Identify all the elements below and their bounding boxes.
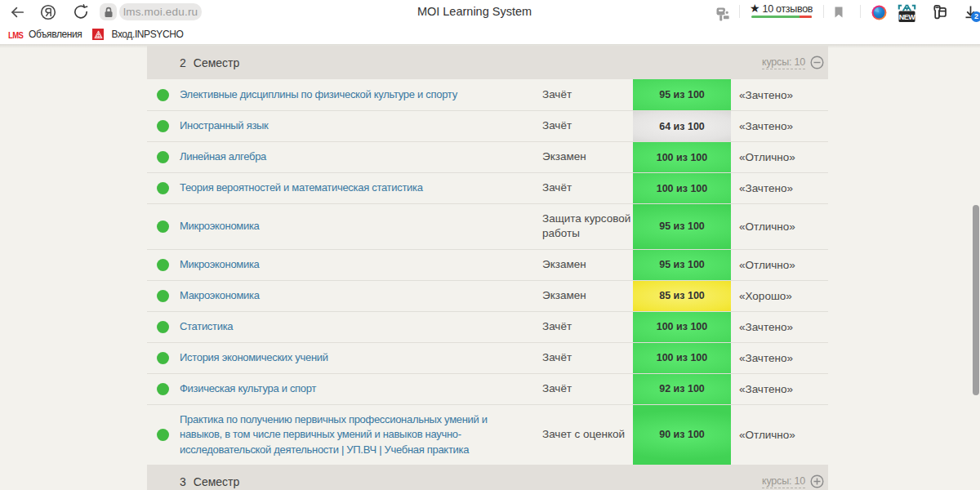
grade-value: «Зачтено»: [739, 89, 793, 101]
reviews-count: 10 отзывов: [763, 3, 813, 15]
grade-value: «Зачтено»: [739, 182, 793, 194]
reviews-widget[interactable]: ★ 10 отзывов: [750, 0, 813, 24]
status-dot-icon: [157, 321, 169, 333]
score-cell: 95 из 100: [633, 79, 731, 110]
course-row: Линейная алгебраЭкзамен100 из 100«Отличн…: [147, 141, 828, 172]
extension-new-button[interactable]: NEW: [898, 4, 916, 22]
address-bar[interactable]: lms.moi.edu.ru: [119, 3, 202, 20]
course-row: Иностранный языкЗачёт64 из 100«Зачтено»: [147, 110, 828, 141]
grade-value: «Зачтено»: [739, 321, 793, 333]
grade-cell: «Зачтено»: [739, 343, 828, 373]
course-link[interactable]: Микроэкономика: [180, 257, 260, 272]
rating-bar-negative: [800, 16, 812, 18]
exam-type: Зачёт: [542, 180, 572, 195]
lms-favicon: LMS: [8, 29, 20, 39]
browser-chrome: lms.moi.edu.ru MOI Learning System ★ 10 …: [0, 0, 980, 44]
semester-header-controls: курсы: 10: [762, 474, 824, 488]
bookmark-flag-icon: [834, 6, 844, 19]
grade-cell: «Зачтено»: [739, 374, 828, 404]
course-link[interactable]: Микроэкономика: [180, 219, 260, 234]
course-link[interactable]: Иностранный язык: [180, 118, 268, 133]
course-row: МакроэкономикаЭкзамен85 из 100«Хорошо»: [147, 280, 828, 311]
exam-type: Зачет с оценкой: [542, 427, 625, 442]
status-dot-icon: [157, 220, 169, 233]
status-dot-cell: [147, 173, 169, 203]
status-dot-icon: [157, 259, 169, 271]
bookmark-lms[interactable]: LMS Объявления: [0, 24, 82, 44]
exam-type: Зачёт: [542, 118, 572, 133]
password-manager-button[interactable]: [714, 0, 732, 24]
score-value: 100 из 100: [657, 152, 708, 163]
course-cell: История экономических учений: [180, 343, 506, 373]
status-dot-icon: [157, 352, 169, 364]
course-cell: Макроэкономика: [180, 281, 506, 311]
course-link[interactable]: Практика по получению первичных професси…: [180, 412, 506, 457]
course-link[interactable]: Теория вероятностей и математическая ста…: [180, 180, 423, 195]
score-value: 100 из 100: [657, 321, 708, 332]
lms-page: 2 Семестр курсы: 10 Элективные дисциплин…: [0, 44, 980, 490]
yandex-button[interactable]: [40, 0, 56, 24]
course-row: Теория вероятностей и математическая ста…: [147, 172, 828, 203]
grade-value: «Зачтено»: [739, 383, 793, 395]
exam-type-cell: Зачёт: [542, 79, 633, 110]
course-link[interactable]: История экономических учений: [180, 350, 328, 365]
lock-icon: [104, 7, 114, 18]
new-extension-icon: NEW: [898, 4, 916, 22]
semester-3-header: 3 Семестр курсы: 10: [147, 465, 828, 490]
exam-type: Экзамен: [542, 257, 586, 272]
bookmark-flag-button[interactable]: [832, 0, 845, 24]
course-cell: Статистика: [180, 312, 506, 342]
exam-type-cell: Зачёт: [542, 173, 633, 203]
score-cell: 92 из 100: [633, 374, 731, 404]
status-dot-cell: [147, 250, 169, 280]
semester-label: Семестр: [194, 475, 240, 488]
exam-type: Зачёт: [542, 87, 572, 102]
semester-2-header: 2 Семестр курсы: 10: [147, 46, 828, 79]
score-value: 92 из 100: [659, 383, 705, 394]
bookmark-inpsycho[interactable]: Вход.INPSYCHO: [82, 24, 183, 44]
status-dot-cell: [147, 374, 169, 404]
course-link[interactable]: Макроэкономика: [180, 288, 260, 303]
collapse-icon[interactable]: [810, 56, 824, 69]
exam-type: Экзамен: [542, 149, 586, 164]
grade-cell: «Хорошо»: [739, 281, 828, 311]
courses-count-link[interactable]: курсы: 10: [762, 56, 805, 69]
grade-value: «Отлично»: [739, 220, 795, 233]
status-dot-cell: [147, 405, 169, 465]
course-row: История экономических ученийЗачёт100 из …: [147, 342, 828, 373]
course-cell: Иностранный язык: [180, 111, 506, 141]
site-security-chip[interactable]: [100, 3, 117, 20]
course-link[interactable]: Линейная алгебра: [180, 149, 266, 164]
exam-type-cell: Зачёт: [542, 374, 633, 404]
exam-type: Зачёт: [542, 350, 572, 365]
score-value: 90 из 100: [659, 429, 705, 440]
key-person-icon: [714, 3, 732, 21]
grade-cell: «Зачтено»: [739, 173, 828, 203]
extension-lens-button[interactable]: [871, 0, 887, 24]
refresh-button[interactable]: [73, 0, 89, 24]
score-value: 64 из 100: [659, 121, 705, 132]
status-dot-icon: [157, 383, 169, 395]
score-cell: 100 из 100: [633, 173, 731, 203]
status-dot-cell: [147, 142, 169, 172]
yandex-icon: [40, 4, 56, 20]
toolbar-separator: [823, 5, 824, 18]
course-link[interactable]: Элективные дисциплины по физической куль…: [180, 87, 457, 102]
pyramid-logo-icon: [94, 30, 103, 39]
svg-text:NEW: NEW: [899, 13, 916, 21]
back-arrow-icon: [9, 4, 25, 20]
exam-type-cell: Защита курсовой работы: [542, 204, 633, 249]
url-text: lms.moi.edu.ru: [123, 6, 198, 18]
course-link[interactable]: Статистика: [180, 319, 233, 334]
grade-cell: «Зачтено»: [739, 312, 828, 342]
back-button[interactable]: [9, 0, 25, 24]
grade-cell: «Отлично»: [739, 204, 828, 249]
course-link[interactable]: Физическая культура и спорт: [180, 381, 316, 396]
course-row: СтатистикаЗачёт100 из 100«Зачтено»: [147, 311, 828, 342]
extension-collections-button[interactable]: [932, 5, 947, 20]
scrollbar-thumb[interactable]: [973, 205, 979, 395]
semester-header-controls: курсы: 10: [762, 56, 824, 69]
score-value: 85 из 100: [659, 290, 705, 301]
courses-count-link[interactable]: курсы: 10: [762, 475, 805, 488]
expand-icon[interactable]: [810, 474, 824, 488]
